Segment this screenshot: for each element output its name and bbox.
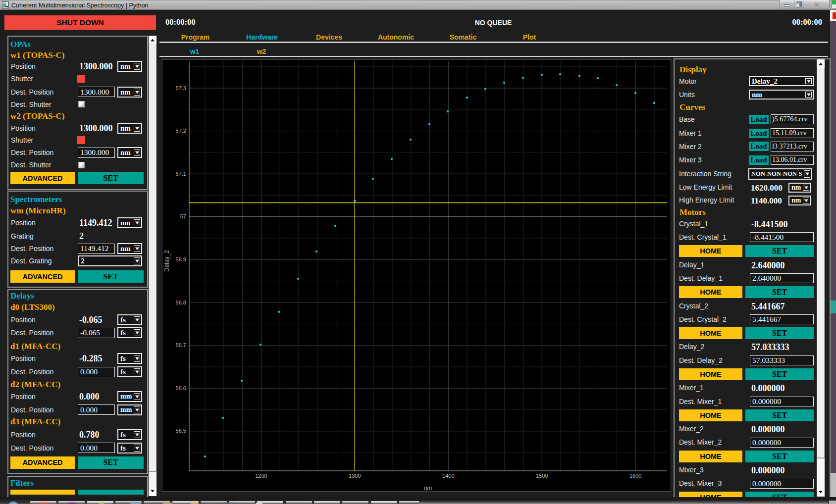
svg-text:56.8: 56.8 bbox=[176, 300, 186, 305]
svg-text:57: 57 bbox=[180, 213, 186, 219]
svg-text:1300: 1300 bbox=[349, 473, 361, 479]
svg-text:56.7: 56.7 bbox=[176, 342, 186, 348]
svg-text:Delay_2: Delay_2 bbox=[163, 250, 170, 272]
svg-text:56.5: 56.5 bbox=[176, 428, 186, 434]
svg-text:nm: nm bbox=[424, 485, 432, 492]
svg-text:56.9: 56.9 bbox=[176, 256, 186, 262]
svg-text:56.6: 56.6 bbox=[176, 385, 186, 391]
svg-text:57.2: 57.2 bbox=[176, 128, 186, 134]
svg-text:1500: 1500 bbox=[536, 473, 548, 479]
svg-text:57.1: 57.1 bbox=[176, 171, 186, 177]
svg-text:1400: 1400 bbox=[442, 473, 454, 479]
svg-text:1200: 1200 bbox=[255, 473, 267, 479]
svg-text:57.3: 57.3 bbox=[176, 85, 186, 91]
svg-text:1600: 1600 bbox=[629, 473, 641, 479]
